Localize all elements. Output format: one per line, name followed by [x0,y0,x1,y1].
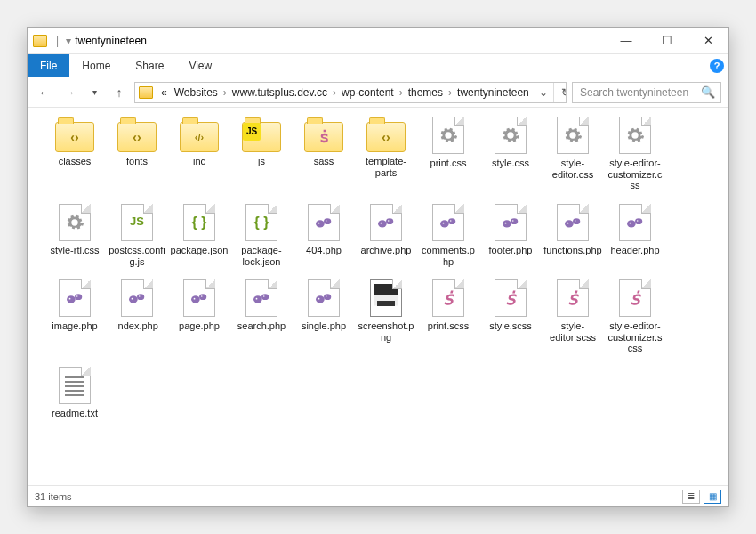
folder-icon: ‹› [55,122,94,152]
breadcrumb-seg[interactable]: Websites [172,86,221,99]
file-item[interactable]: { }package.json [170,204,229,267]
qat-dropdown-icon[interactable]: ▾ [66,35,71,47]
tab-view[interactable]: View [176,54,224,77]
address-dropdown-icon[interactable]: ⌄ [534,86,553,99]
php-file-icon [427,204,470,241]
gear-file-icon [551,117,594,154]
gear-file-icon [427,117,470,154]
item-label: inc [170,156,229,167]
item-label: style.css [481,158,540,169]
php-file-icon [489,204,532,241]
svg-point-2 [318,222,320,224]
file-item[interactable]: ṡstyle-editor.scss [543,279,602,354]
item-label: 404.php [294,245,353,256]
help-button[interactable]: ? [705,54,728,77]
php-file-icon [551,204,594,241]
search-box[interactable]: 🔍 [572,82,721,103]
svg-point-7 [388,220,390,222]
file-item[interactable]: comments.php [419,204,478,267]
file-pane[interactable]: ‹›classes‹›fonts‹/›incJSjsṡsass‹›templat… [28,108,728,485]
file-item[interactable]: ṡstyle.scss [481,279,540,354]
breadcrumb-seg[interactable]: twentynineteen [454,86,532,99]
tab-file[interactable]: File [28,54,69,77]
file-item[interactable]: readme.txt [45,367,104,419]
item-label: style-editor.css [543,158,602,180]
maximize-button[interactable]: ☐ [647,28,688,54]
ribbon: File Home Share View ? [28,54,728,77]
tab-home[interactable]: Home [69,54,123,77]
file-item[interactable]: style.css [481,117,540,191]
item-label: archive.php [357,245,415,256]
item-label: template-parts [357,156,415,178]
close-button[interactable]: ✕ [688,28,728,54]
svg-point-42 [318,298,320,300]
folder-item[interactable]: ‹/›inc [170,117,229,191]
file-item[interactable]: print.css [419,117,478,191]
file-item[interactable]: { }package-lock.json [232,204,291,267]
search-icon: 🔍 [701,85,715,99]
forward-button[interactable]: → [60,83,79,102]
svg-point-6 [381,222,382,224]
file-item[interactable]: style-editor.css [543,117,602,191]
tab-share[interactable]: Share [123,54,176,77]
svg-point-20 [627,220,636,227]
svg-point-40 [316,295,325,303]
recent-dropdown[interactable]: ▾ [84,83,104,102]
file-item[interactable]: page.php [170,279,229,354]
js-file-icon: JS [116,204,158,241]
item-label: readme.txt [45,408,104,419]
php-file-icon [116,279,158,317]
up-button[interactable]: ↑ [109,83,129,102]
file-item[interactable]: ṡstyle-editor-customizer.scss [606,279,664,354]
file-item[interactable]: image.php [45,279,104,354]
folder-item[interactable]: ‹›template-parts [357,117,415,191]
file-item[interactable]: index.php [108,279,166,354]
refresh-button[interactable]: ↻ [553,83,567,102]
file-item[interactable]: 404.php [294,204,353,267]
file-item[interactable]: style-rtl.css [45,204,104,267]
item-label: image.php [45,320,104,332]
svg-point-11 [450,220,452,222]
view-large-icons-button[interactable]: ▦ [704,490,721,504]
chevron-right-icon[interactable]: › [222,86,228,99]
breadcrumb-seg[interactable]: wp-content [339,86,397,99]
svg-point-9 [448,218,455,224]
svg-point-8 [440,220,449,227]
file-item[interactable]: single.php [294,279,353,354]
svg-point-37 [261,294,269,300]
php-file-icon [365,204,407,241]
folder-icon: ‹/› [180,122,219,152]
item-label: sass [294,156,353,167]
folder-item[interactable]: ‹›fonts [108,117,166,191]
folder-item[interactable]: JSjs [232,117,291,191]
file-item[interactable]: archive.php [357,204,415,267]
breadcrumb-seg[interactable]: www.tutsplus.dev.cc [229,86,330,99]
svg-point-17 [573,218,580,224]
breadcrumb-seg[interactable]: themes [406,86,446,99]
item-label: screenshot.png [357,320,415,343]
back-button[interactable]: ← [35,83,54,102]
file-item[interactable]: functions.php [543,204,602,267]
file-item[interactable]: screenshot.png [357,279,415,354]
item-label: classes [45,156,104,167]
explorer-window: | ▾ twentynineteen — ☐ ✕ File Home Share… [27,27,729,507]
file-item[interactable]: search.php [232,279,291,354]
view-details-button[interactable]: ≣ [682,490,700,504]
folder-item[interactable]: ‹›classes [45,117,104,191]
folder-item[interactable]: ṡsass [294,117,353,191]
chevron-right-icon[interactable]: › [332,86,337,99]
address-bar[interactable]: « Websites › www.tutsplus.dev.cc › wp-co… [134,82,567,103]
file-item[interactable]: header.php [606,204,664,267]
file-item[interactable]: footer.php [481,204,540,267]
file-item[interactable]: style-editor-customizer.css [606,117,664,191]
chevron-right-icon[interactable]: › [398,86,404,99]
search-input[interactable] [578,85,697,100]
file-item[interactable]: JSpostcss.config.js [108,204,166,267]
item-label: header.php [606,245,664,256]
item-label: single.php [294,320,353,332]
minimize-button[interactable]: — [606,28,647,54]
gear-file-icon [489,117,532,154]
file-item[interactable]: ṡprint.scss [419,279,478,354]
chevron-right-icon[interactable]: › [447,86,453,99]
svg-point-24 [67,295,76,303]
